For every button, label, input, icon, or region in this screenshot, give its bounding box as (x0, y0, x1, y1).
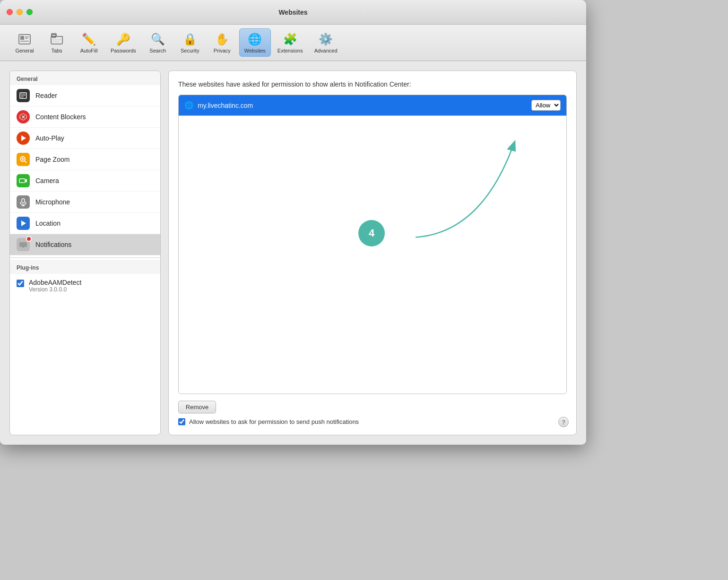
toolbar-item-websites[interactable]: 🌐 Websites (239, 28, 271, 57)
maximize-button[interactable] (26, 9, 33, 15)
notifications-icon (17, 238, 30, 251)
sidebar: General Reader ✕ Content Blocker (9, 70, 161, 435)
allow-checkbox-label: Allow websites to ask for permission to … (189, 418, 359, 425)
website-list: 🌐 my.livechatinc.com Allow Deny (178, 95, 567, 394)
toolbar-item-security[interactable]: 🔒 Security (175, 29, 205, 56)
svg-text:✕: ✕ (21, 114, 25, 120)
content-blockers-icon: ✕ (17, 110, 30, 123)
sidebar-item-reader[interactable]: Reader (10, 85, 160, 106)
toolbar-label-websites: Websites (244, 48, 266, 53)
sidebar-general-header: General (10, 71, 160, 85)
toolbar-label-search: Search (149, 48, 166, 53)
sidebar-item-auto-play[interactable]: Auto-Play (10, 128, 160, 149)
toolbar-item-extensions[interactable]: 🧩 Extensions (273, 29, 308, 56)
websites-icon: 🌐 (247, 32, 262, 47)
sidebar-label-content-blockers: Content Blockers (35, 113, 86, 121)
sidebar-item-microphone[interactable]: Microphone (10, 192, 160, 213)
close-button[interactable] (7, 9, 13, 15)
toolbar-item-advanced[interactable]: ⚙️ Advanced (310, 29, 342, 56)
traffic-lights (7, 9, 33, 15)
toolbar-label-extensions: Extensions (277, 48, 303, 53)
annotation-svg (179, 116, 566, 296)
extensions-icon: 🧩 (283, 32, 298, 47)
toolbar-label-security: Security (181, 48, 199, 53)
sidebar-label-location: Location (35, 220, 61, 227)
right-panel: These websites have asked for permission… (168, 70, 577, 435)
annotation-number: 4 (369, 227, 374, 239)
sidebar-label-microphone: Microphone (35, 198, 70, 206)
toolbar: General Tabs ✏️ AutoFill 🔑 Passwords 🔍 S… (0, 25, 586, 61)
microphone-icon (17, 195, 30, 209)
svg-rect-24 (22, 199, 25, 203)
website-url: my.livechatinc.com (198, 102, 531, 109)
annotation-area: 4 (179, 116, 566, 296)
help-button[interactable]: ? (558, 417, 569, 427)
toolbar-label-general: General (15, 48, 34, 53)
website-row[interactable]: 🌐 my.livechatinc.com Allow Deny (179, 95, 566, 116)
passwords-icon: 🔑 (116, 32, 131, 47)
minimize-button[interactable] (17, 9, 23, 15)
toolbar-item-privacy[interactable]: ✋ Privacy (207, 29, 237, 56)
toolbar-item-search[interactable]: 🔍 Search (143, 29, 173, 56)
advanced-icon: ⚙️ (318, 32, 333, 47)
sidebar-label-notifications: Notifications (35, 241, 71, 248)
camera-icon (17, 174, 30, 187)
notification-badge (26, 236, 32, 242)
autoplay-icon (17, 132, 30, 145)
sidebar-item-page-zoom[interactable]: Page Zoom (10, 149, 160, 170)
plugin-version: Version 3.0.0.0 (29, 286, 81, 293)
annotation-circle: 4 (358, 220, 385, 246)
sidebar-label-reader: Reader (35, 92, 57, 99)
svg-point-29 (22, 246, 24, 248)
sidebar-item-notifications[interactable]: Notifications (10, 234, 160, 255)
svg-rect-6 (52, 35, 56, 37)
toolbar-item-passwords[interactable]: 🔑 Passwords (106, 29, 141, 56)
sidebar-divider (10, 257, 160, 258)
location-icon (17, 217, 30, 230)
toolbar-label-tabs: Tabs (51, 48, 62, 53)
main-content: General Reader ✕ Content Blocker (0, 61, 586, 445)
svg-rect-22 (19, 179, 25, 183)
svg-marker-27 (21, 220, 26, 226)
svg-marker-17 (21, 135, 26, 141)
title-bar: Websites (0, 0, 586, 25)
sidebar-plugins-header: Plug-ins (10, 260, 160, 274)
reader-icon (17, 89, 30, 102)
general-icon (17, 32, 32, 47)
allow-checkbox[interactable] (178, 418, 185, 425)
sidebar-item-content-blockers[interactable]: ✕ Content Blockers (10, 106, 160, 128)
toolbar-label-privacy: Privacy (214, 48, 231, 53)
sidebar-label-auto-play: Auto-Play (35, 134, 64, 142)
toolbar-label-passwords: Passwords (111, 48, 136, 53)
security-icon: 🔒 (182, 32, 198, 47)
toolbar-label-autofill: AutoFill (80, 48, 98, 53)
toolbar-item-autofill[interactable]: ✏️ AutoFill (74, 29, 104, 56)
toolbar-item-tabs[interactable]: Tabs (42, 29, 72, 56)
tabs-icon (49, 32, 64, 47)
autofill-icon: ✏️ (81, 32, 96, 47)
website-globe-icon: 🌐 (184, 101, 194, 110)
sidebar-label-camera: Camera (35, 177, 59, 185)
plugin-item: AdobeAAMDetect Version 3.0.0.0 (10, 274, 160, 298)
pagezoom-icon (17, 153, 30, 166)
toolbar-label-advanced: Advanced (314, 48, 338, 53)
panel-description: These websites have asked for permission… (178, 80, 567, 88)
sidebar-item-camera[interactable]: Camera (10, 170, 160, 192)
remove-button[interactable]: Remove (178, 401, 216, 413)
sidebar-label-page-zoom: Page Zoom (35, 156, 69, 163)
svg-line-19 (25, 161, 26, 163)
toolbar-item-general[interactable]: General (9, 29, 40, 56)
plugin-info: AdobeAAMDetect Version 3.0.0.0 (29, 279, 81, 293)
sidebar-item-location[interactable]: Location (10, 213, 160, 234)
search-icon: 🔍 (150, 32, 165, 47)
svg-rect-1 (20, 36, 24, 40)
allow-checkbox-row: Allow websites to ask for permission to … (178, 418, 567, 425)
plugin-name: AdobeAAMDetect (29, 279, 81, 286)
help-icon: ? (562, 419, 565, 426)
permission-select[interactable]: Allow Deny (531, 100, 561, 111)
plugin-checkbox[interactable] (17, 280, 24, 287)
window-title: Websites (278, 9, 307, 16)
privacy-icon: ✋ (215, 32, 230, 47)
bottom-controls: Remove Allow websites to ask for permiss… (178, 401, 567, 425)
